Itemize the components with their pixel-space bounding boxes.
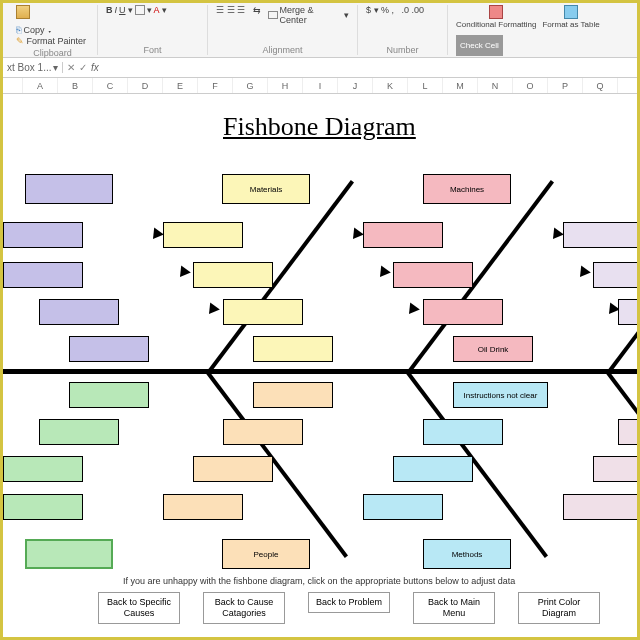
category-box-machines[interactable]: Machines	[423, 174, 511, 204]
col-hdr[interactable]: J	[338, 78, 373, 93]
cause-box[interactable]	[3, 494, 83, 520]
cause-box[interactable]	[3, 456, 83, 482]
col-hdr[interactable]: I	[303, 78, 338, 93]
name-box[interactable]: xt Box 1...▾	[3, 62, 63, 73]
col-hdr[interactable]: D	[128, 78, 163, 93]
cause-box[interactable]	[163, 222, 243, 248]
cause-box[interactable]	[423, 419, 503, 445]
cause-box[interactable]	[563, 494, 640, 520]
arrow-icon	[575, 265, 591, 280]
cause-box[interactable]	[193, 456, 273, 482]
cause-box[interactable]	[193, 262, 273, 288]
back-problem-button[interactable]: Back to Problem	[308, 592, 390, 613]
cause-box[interactable]	[69, 382, 149, 408]
cause-box[interactable]	[593, 456, 640, 482]
arrow-icon	[175, 265, 191, 280]
cause-box[interactable]	[363, 222, 443, 248]
format-painter-button[interactable]: ✎ Format Painter	[16, 36, 86, 46]
column-headers: A B C D E F G H I J K L M N O P Q	[3, 78, 637, 94]
arrow-icon	[348, 227, 364, 242]
category-box[interactable]	[25, 539, 113, 569]
col-hdr[interactable]: O	[513, 78, 548, 93]
category-box[interactable]	[25, 174, 113, 204]
merge-button[interactable]: Merge & Center ▾	[268, 5, 349, 25]
cause-box[interactable]	[3, 262, 83, 288]
arrow-icon	[404, 302, 420, 317]
cause-box[interactable]	[39, 419, 119, 445]
col-hdr[interactable]: Q	[583, 78, 618, 93]
format-as-table[interactable]: Format as Table	[542, 5, 599, 29]
cause-box[interactable]	[253, 336, 333, 362]
col-hdr[interactable]: C	[93, 78, 128, 93]
cause-box[interactable]	[618, 419, 640, 445]
arrow-icon	[375, 265, 391, 280]
cancel-icon[interactable]: ✕	[67, 62, 75, 73]
font-label: Font	[106, 43, 199, 55]
col-hdr[interactable]: H	[268, 78, 303, 93]
category-box-materials[interactable]: Materials	[222, 174, 310, 204]
number-label: Number	[366, 43, 439, 55]
cause-box[interactable]	[563, 222, 640, 248]
col-hdr[interactable]: G	[233, 78, 268, 93]
cause-box[interactable]	[223, 419, 303, 445]
col-hdr[interactable]: L	[408, 78, 443, 93]
category-box-people[interactable]: People	[222, 539, 310, 569]
print-color-diagram-button[interactable]: Print Color Diagram	[518, 592, 600, 624]
back-cause-categories-button[interactable]: Back to Cause Catagories	[203, 592, 285, 624]
fx-icon[interactable]: fx	[91, 62, 99, 73]
cause-box[interactable]	[69, 336, 149, 362]
cause-box[interactable]	[363, 494, 443, 520]
col-hdr[interactable]: F	[198, 78, 233, 93]
col-hdr[interactable]: N	[478, 78, 513, 93]
ribbon: ⎘ Copy ▾ ✎ Format Painter Clipboard B I …	[3, 3, 637, 58]
cause-box[interactable]	[393, 262, 473, 288]
back-specific-causes-button[interactable]: Back to Specific Causes	[98, 592, 180, 624]
arrow-icon	[548, 227, 564, 242]
formula-bar: xt Box 1...▾ ✕ ✓ fx	[3, 58, 637, 78]
cause-box[interactable]	[223, 299, 303, 325]
back-main-menu-button[interactable]: Back to Main Menu	[413, 592, 495, 624]
cause-box[interactable]	[3, 222, 83, 248]
clipboard-label: Clipboard	[16, 46, 89, 58]
copy-button[interactable]: ⎘ Copy ▾	[16, 25, 86, 35]
col-hdr[interactable]: A	[23, 78, 58, 93]
spine-backbone	[3, 369, 640, 374]
enter-icon[interactable]: ✓	[79, 62, 87, 73]
cause-box[interactable]	[423, 299, 503, 325]
arrow-icon	[204, 302, 220, 317]
cause-box-oil[interactable]: Oil Drink	[453, 336, 533, 362]
cause-box-instructions[interactable]: Instructions not clear	[453, 382, 548, 408]
cause-box[interactable]	[393, 456, 473, 482]
arrow-icon	[148, 227, 164, 242]
cause-box[interactable]	[163, 494, 243, 520]
category-box-methods[interactable]: Methods	[423, 539, 511, 569]
cause-box[interactable]	[593, 262, 640, 288]
cause-box[interactable]	[39, 299, 119, 325]
cause-box[interactable]	[618, 299, 640, 325]
conditional-formatting[interactable]: Conditional Formatting	[456, 5, 536, 29]
diagram-canvas: Fishbone Diagram Materials Machines Oil …	[3, 94, 637, 637]
diagram-title: Fishbone Diagram	[223, 112, 416, 142]
instruction-text: If you are unhappy with the fishbone dia…	[123, 576, 515, 586]
col-hdr[interactable]: P	[548, 78, 583, 93]
check-cell[interactable]: Check Cell	[456, 35, 503, 56]
col-hdr[interactable]: B	[58, 78, 93, 93]
alignment-label: Alignment	[216, 43, 349, 55]
paste-button[interactable]	[16, 5, 30, 19]
col-hdr[interactable]: M	[443, 78, 478, 93]
col-hdr[interactable]: K	[373, 78, 408, 93]
col-hdr[interactable]: E	[163, 78, 198, 93]
cause-box[interactable]	[253, 382, 333, 408]
